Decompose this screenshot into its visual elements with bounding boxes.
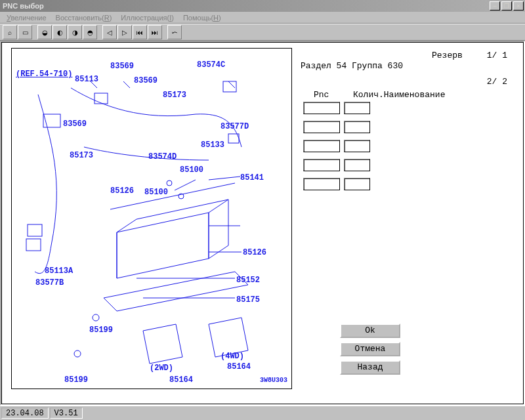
lbl-83577d: 83577D: [220, 122, 249, 131]
qty-input-0[interactable]: [344, 102, 370, 114]
menu-illustration[interactable]: Иллюстрация(I): [117, 13, 178, 22]
pnc-input-0[interactable]: [303, 102, 340, 114]
hdr-page1: 1/ 1: [487, 51, 507, 60]
hdr-page2: 2/ 2: [487, 77, 507, 87]
lbl-83569a: 83569: [110, 62, 134, 71]
row-0: [303, 102, 370, 114]
lbl-85199b: 85199: [64, 375, 88, 385]
lbl-85113a: 85113A: [45, 266, 73, 276]
svg-point-7: [74, 350, 81, 357]
close-button[interactable]: ×: [513, 1, 524, 10]
window-title: PNC выбор: [1, 2, 44, 10]
tb-fit-icon[interactable]: ▭: [18, 25, 32, 39]
menubar: Увеличение Восстановить(R) Иллюстрация(I…: [0, 12, 525, 24]
workarea: (REF.54-710) 83569 85113 83569 83574C 85…: [0, 41, 525, 406]
lbl-85113: 85113: [75, 75, 98, 84]
maximize-button[interactable]: ❐: [501, 1, 512, 10]
qty-input-1[interactable]: [344, 121, 370, 133]
lbl-85100b: 85100: [144, 188, 168, 197]
svg-rect-0: [43, 114, 60, 127]
lbl-85141: 85141: [240, 173, 264, 182]
lbl-2wd: (2WD): [150, 364, 173, 373]
row-3: [303, 159, 370, 171]
qty-input-2[interactable]: [344, 140, 370, 152]
svg-point-8: [167, 180, 172, 186]
qty-input-3[interactable]: [344, 159, 370, 171]
lbl-83577b: 83577B: [35, 278, 64, 287]
lbl-85133: 85133: [201, 140, 224, 150]
row-2: [303, 140, 370, 152]
lbl-85126b: 85126: [243, 248, 266, 257]
tb-prev-icon[interactable]: ◁: [102, 25, 117, 39]
lbl-83569c: 83569: [63, 119, 87, 129]
tb-rot3-icon[interactable]: ◑: [68, 25, 82, 39]
menu-restore[interactable]: Восстановить(R): [52, 13, 116, 22]
input-rows: [303, 102, 370, 197]
lbl-85199a: 85199: [89, 326, 113, 335]
lbl-85152: 85152: [236, 276, 260, 285]
row-1: [303, 121, 370, 133]
qty-input-4[interactable]: [344, 178, 370, 190]
side-panel: Резерв 1/ 1 Раздел 54 Группа 630 2/ 2 Pn…: [301, 45, 520, 401]
lbl-85100a: 85100: [180, 165, 203, 175]
minimize-button[interactable]: –: [490, 1, 500, 10]
pnc-input-2[interactable]: [303, 140, 340, 152]
back-button[interactable]: Назад: [340, 360, 400, 375]
svg-rect-5: [26, 239, 41, 251]
lbl-4wd: (4WD): [220, 352, 244, 361]
lbl-83574c: 83574C: [197, 60, 225, 70]
statusbar: 23.04.08 V3.51: [0, 406, 525, 420]
svg-line-11: [209, 177, 240, 180]
svg-rect-4: [28, 224, 42, 236]
lbl-85164a: 85164: [227, 362, 251, 371]
col-pnc: Pnc: [314, 90, 329, 100]
hdr-reserve: Резерв: [432, 51, 463, 60]
tb-rot4-icon[interactable]: ◓: [83, 25, 97, 39]
svg-point-6: [93, 314, 99, 321]
lbl-code: 3W8U303: [260, 377, 287, 384]
lbl-ref: (REF.54-710): [16, 70, 72, 79]
diagram-svg: [12, 49, 292, 389]
lbl-85173b: 85173: [70, 151, 93, 160]
hdr-section: Раздел 54 Группа 630: [301, 61, 403, 71]
menu-zoom[interactable]: Увеличение: [3, 13, 51, 22]
lbl-85173a: 85173: [163, 91, 186, 100]
status-date: 23.04.08: [1, 408, 49, 419]
lbl-83569b: 83569: [134, 76, 158, 85]
tb-rot1-icon[interactable]: ◒: [37, 25, 52, 39]
pnc-input-3[interactable]: [303, 159, 340, 171]
pnc-input-4[interactable]: [303, 178, 340, 190]
titlebar: PNC выбор – ❐ ×: [0, 0, 525, 12]
lbl-83574d: 83574D: [148, 152, 177, 161]
menu-help[interactable]: Помощь(H): [179, 13, 225, 22]
tb-rot2-icon[interactable]: ◐: [52, 25, 67, 39]
window-buttons: – ❐ ×: [490, 1, 524, 10]
tb-last-icon[interactable]: ⏭: [148, 25, 162, 39]
row-4: [303, 178, 370, 190]
col-qty: Колич.Наименование: [353, 90, 445, 100]
status-version: V3.51: [50, 408, 83, 419]
svg-line-12: [175, 180, 196, 190]
diagram-panel: (REF.54-710) 83569 85113 83569 83574C 85…: [11, 48, 292, 389]
svg-rect-1: [94, 93, 108, 104]
tb-zoom-icon[interactable]: ⌕: [3, 25, 17, 39]
cancel-button[interactable]: Отмена: [340, 342, 400, 356]
lbl-85126a: 85126: [110, 186, 134, 196]
lbl-85175: 85175: [236, 295, 260, 304]
pnc-input-1[interactable]: [303, 121, 340, 133]
tb-first-icon[interactable]: ⏮: [133, 25, 147, 39]
tb-undo-icon[interactable]: ⤺: [167, 25, 182, 39]
action-buttons: Ok Отмена Назад: [340, 324, 400, 375]
ok-button[interactable]: Ok: [340, 324, 400, 338]
inner-window: (REF.54-710) 83569 85113 83569 83574C 85…: [1, 42, 524, 404]
lbl-85164b: 85164: [169, 375, 193, 385]
toolbar: ⌕ ▭ ◒ ◐ ◑ ◓ ◁ ▷ ⏮ ⏭ ⤺: [0, 24, 525, 41]
tb-next-icon[interactable]: ▷: [117, 25, 132, 39]
